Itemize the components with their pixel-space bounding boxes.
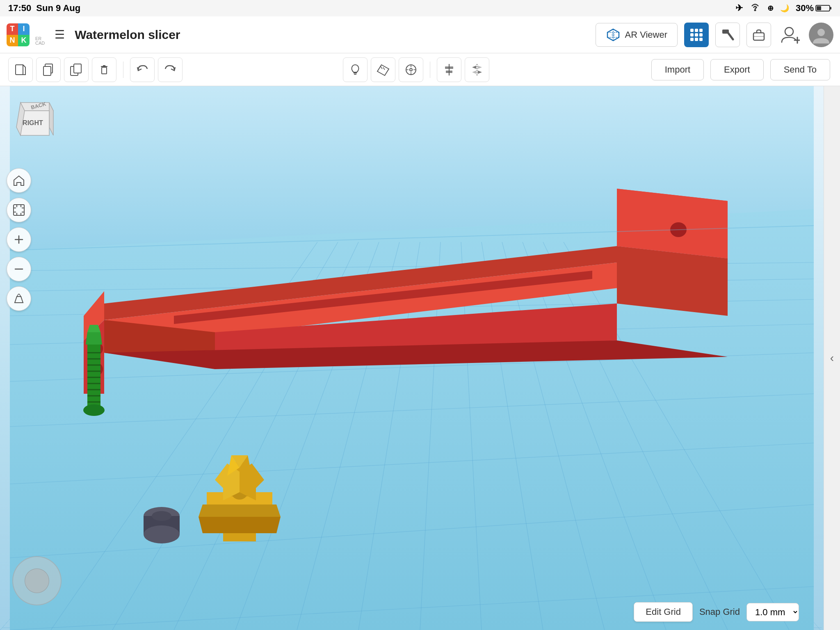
align-button[interactable] bbox=[437, 57, 461, 82]
svg-rect-35 bbox=[446, 71, 452, 73]
redo-button[interactable] bbox=[158, 57, 183, 82]
delete-button[interactable] bbox=[92, 57, 116, 82]
view-cube[interactable]: RIGHT BACK bbox=[8, 94, 66, 152]
svg-marker-38 bbox=[478, 66, 482, 69]
svg-marker-37 bbox=[472, 66, 476, 69]
time-display: 17:50 bbox=[8, 3, 31, 14]
svg-marker-109 bbox=[199, 504, 281, 517]
svg-rect-34 bbox=[445, 66, 453, 69]
nav-bar: T I N K ERCAD ☰ Watermelon slicer AR Vie… bbox=[0, 16, 840, 53]
svg-marker-24 bbox=[377, 65, 389, 75]
import-button[interactable]: Import bbox=[651, 59, 704, 80]
svg-marker-113 bbox=[49, 103, 53, 135]
scene-svg bbox=[0, 86, 824, 630]
right-panel-toggle[interactable]: ‹ bbox=[824, 86, 840, 630]
ar-viewer-label: AR Viewer bbox=[625, 30, 667, 40]
svg-point-13 bbox=[817, 29, 825, 36]
ar-viewer-button[interactable]: AR Viewer bbox=[596, 23, 678, 47]
svg-point-92 bbox=[83, 404, 105, 416]
svg-rect-3 bbox=[830, 7, 831, 9]
ruler-button[interactable] bbox=[371, 57, 395, 82]
perspective-button[interactable] bbox=[7, 286, 31, 311]
export-button[interactable]: Export bbox=[710, 59, 764, 80]
new-button[interactable] bbox=[8, 57, 33, 82]
svg-rect-20 bbox=[102, 67, 107, 74]
grid-view-button[interactable] bbox=[684, 23, 709, 47]
svg-point-0 bbox=[754, 9, 756, 11]
location-icon: ⊕ bbox=[767, 4, 774, 13]
duplicate-button[interactable] bbox=[64, 57, 89, 82]
copy-button[interactable] bbox=[36, 57, 61, 82]
svg-rect-18 bbox=[74, 64, 81, 73]
snap-grid-select[interactable]: 1.0 mm 0.5 mm 2.0 mm bbox=[746, 603, 799, 621]
home-view-button[interactable] bbox=[7, 168, 31, 193]
user-avatar[interactable] bbox=[809, 23, 833, 47]
date-display: Sun 9 Aug bbox=[36, 3, 80, 14]
svg-point-28 bbox=[410, 68, 412, 71]
wifi-icon bbox=[749, 3, 761, 14]
chevron-left-icon: ‹ bbox=[830, 352, 834, 365]
lightbulb-button[interactable] bbox=[343, 57, 368, 82]
flip-button[interactable] bbox=[465, 57, 489, 82]
svg-rect-2 bbox=[817, 6, 821, 10]
joystick[interactable] bbox=[12, 556, 62, 605]
svg-marker-90 bbox=[86, 332, 102, 345]
joystick-knob[interactable] bbox=[25, 568, 49, 593]
fit-view-button[interactable] bbox=[7, 198, 31, 222]
zoom-out-button[interactable] bbox=[7, 257, 31, 281]
svg-rect-16 bbox=[43, 66, 51, 75]
tinkercad-logo[interactable]: T I N K bbox=[7, 23, 30, 46]
svg-rect-8 bbox=[753, 36, 764, 37]
svg-marker-76 bbox=[617, 189, 728, 258]
svg-line-6 bbox=[728, 33, 733, 39]
add-user-button[interactable] bbox=[778, 23, 802, 47]
view-controls bbox=[7, 168, 31, 311]
svg-point-96 bbox=[152, 511, 171, 521]
hammer-button[interactable] bbox=[715, 23, 740, 47]
airplane-icon: ✈ bbox=[735, 3, 743, 14]
zoom-in-button[interactable] bbox=[7, 227, 31, 252]
undo-button[interactable] bbox=[130, 57, 155, 82]
svg-marker-110 bbox=[199, 517, 281, 533]
svg-point-95 bbox=[144, 525, 180, 543]
status-bar: 17:50 Sun 9 Aug ✈ ⊕ 🌙 30% bbox=[0, 0, 840, 16]
svg-line-26 bbox=[383, 67, 385, 70]
toolbar: Import Export Send To bbox=[0, 53, 840, 86]
compass-button[interactable] bbox=[399, 57, 423, 82]
svg-point-9 bbox=[785, 27, 793, 36]
canvas-area[interactable]: RIGHT BACK bbox=[0, 86, 824, 630]
svg-point-4 bbox=[612, 33, 615, 37]
svg-rect-14 bbox=[16, 65, 23, 75]
svg-marker-130 bbox=[15, 297, 23, 303]
bottom-controls: Edit Grid Snap Grid 1.0 mm 0.5 mm 2.0 mm bbox=[634, 602, 799, 622]
svg-line-25 bbox=[381, 66, 382, 69]
edit-grid-button[interactable]: Edit Grid bbox=[634, 602, 693, 622]
briefcase-button[interactable] bbox=[746, 23, 771, 47]
svg-marker-40 bbox=[478, 71, 482, 74]
menu-icon[interactable]: ☰ bbox=[51, 25, 68, 45]
svg-text:RIGHT: RIGHT bbox=[23, 119, 43, 126]
project-title: Watermelon slicer bbox=[75, 28, 589, 42]
nav-right: AR Viewer bbox=[596, 23, 833, 47]
moon-icon: 🌙 bbox=[780, 4, 789, 13]
snap-grid-label: Snap Grid bbox=[699, 607, 740, 617]
svg-marker-39 bbox=[472, 71, 476, 74]
battery-display: 30% bbox=[796, 3, 832, 14]
svg-rect-118 bbox=[14, 205, 24, 215]
send-to-button[interactable]: Send To bbox=[770, 59, 830, 80]
